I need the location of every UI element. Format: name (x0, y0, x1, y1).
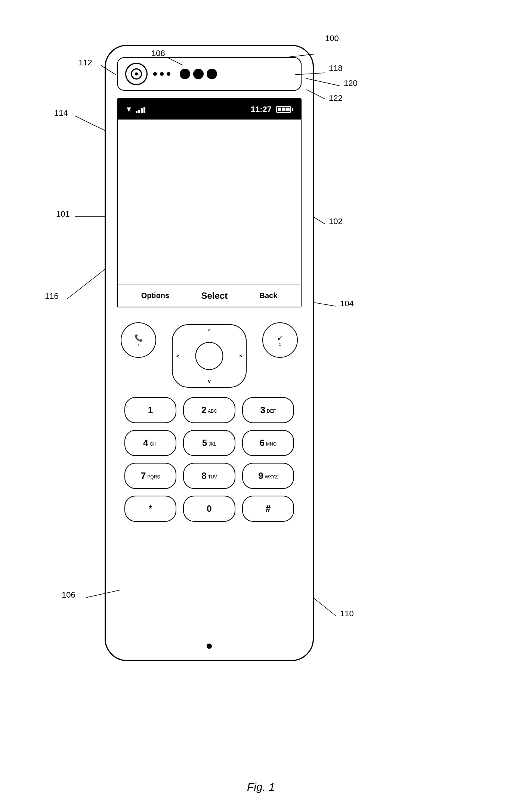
clear-label: C (279, 342, 282, 347)
time-display: 11:27 (251, 105, 272, 114)
svg-line-10 (314, 303, 336, 306)
key-5[interactable]: 5JKL (183, 430, 235, 456)
call-label: ↑ (138, 342, 140, 347)
svg-line-3 (75, 116, 105, 131)
keypad: 1 2ABC 3DEF 4GHI 5JKL 6MNO 7PQRS 8TUV 9W… (124, 397, 294, 522)
signal-bar-4 (143, 107, 145, 113)
time-battery-area: 11:27 (251, 105, 293, 114)
status-bar: ▼ 11:27 (118, 99, 301, 120)
label-114: 114 (54, 108, 68, 118)
nav-center-button[interactable] (195, 342, 223, 370)
battery-seg-3 (286, 108, 290, 111)
screen-content (118, 120, 301, 284)
sensor-dot-1 (153, 72, 157, 76)
label-112: 112 (78, 58, 92, 68)
signal-bar-2 (138, 110, 140, 113)
nav-left-arrow: < (176, 353, 179, 359)
sensor-dots (153, 72, 170, 76)
battery-body (276, 106, 291, 113)
battery-icon (276, 106, 293, 113)
speaker-dot-2 (193, 69, 204, 79)
call-icon: 📞 (135, 334, 143, 342)
battery-seg-2 (282, 108, 285, 111)
battery-tip (292, 108, 293, 111)
label-116: 116 (45, 291, 59, 301)
key-3[interactable]: 3DEF (242, 397, 294, 423)
battery-seg-1 (278, 108, 281, 111)
label-102: 102 (329, 217, 343, 226)
speaker-dot-1 (180, 69, 190, 79)
key-2[interactable]: 2ABC (183, 397, 235, 423)
key-6[interactable]: 6MNO (242, 430, 294, 456)
antenna-icon: ▼ (125, 105, 133, 114)
svg-line-9 (313, 217, 325, 224)
phone-top-section (117, 57, 302, 91)
key-1[interactable]: 1 (124, 397, 176, 423)
key-8[interactable]: 8TUV (183, 463, 235, 489)
camera-dot (135, 72, 138, 75)
end-icon: ↙ (277, 334, 283, 342)
speaker-dot-3 (207, 69, 217, 79)
bottom-microphone-dot (207, 644, 212, 649)
nav-right-arrow: > (239, 353, 242, 359)
key-star[interactable]: * (124, 496, 176, 522)
soft-key-bar: Options Select Back (118, 284, 301, 307)
signal-bar-1 (136, 111, 138, 113)
end-button[interactable]: ↙ C (262, 322, 298, 358)
phone-body: ▼ 11:27 (105, 45, 314, 661)
label-101: 101 (56, 209, 70, 219)
nav-up-arrow: ^ (208, 328, 211, 334)
sensor-dot-2 (160, 72, 164, 76)
label-104: 104 (340, 299, 354, 309)
figure-caption: Fig. 1 (247, 781, 275, 793)
key-9[interactable]: 9WXYZ (242, 463, 294, 489)
signal-bars (136, 106, 145, 113)
label-106: 106 (62, 590, 75, 600)
key-hash[interactable]: # (242, 496, 294, 522)
nav-down-arrow: v (208, 378, 210, 384)
speaker-dots (180, 69, 217, 79)
svg-line-12 (313, 598, 336, 616)
label-110: 110 (340, 609, 354, 619)
call-button[interactable]: 📞 ↑ (121, 322, 156, 358)
sensor-dot-3 (167, 72, 170, 76)
svg-line-8 (67, 269, 105, 299)
label-120: 120 (344, 78, 358, 88)
label-118: 118 (329, 63, 343, 73)
key-4[interactable]: 4GHI (124, 430, 176, 456)
diagram-container: ▼ 11:27 (0, 0, 522, 812)
camera-inner (131, 68, 142, 80)
nav-pad[interactable]: ^ v < > (172, 324, 247, 388)
key-7[interactable]: 7PQRS (124, 463, 176, 489)
label-108: 108 (151, 49, 165, 58)
label-100: 100 (325, 34, 339, 43)
camera-icon (125, 63, 148, 85)
signal-area: ▼ (125, 105, 145, 114)
select-soft-key[interactable]: Select (201, 291, 228, 301)
options-soft-key[interactable]: Options (141, 291, 170, 300)
phone-screen: ▼ 11:27 (117, 98, 302, 307)
key-0[interactable]: 0 (183, 496, 235, 522)
label-122: 122 (329, 93, 343, 103)
back-soft-key[interactable]: Back (260, 291, 278, 300)
nav-row: 📞 ↑ ^ v < > ↙ C (106, 319, 313, 393)
signal-bar-3 (141, 108, 143, 113)
nav-pad-outer: ^ v < > (172, 324, 247, 388)
